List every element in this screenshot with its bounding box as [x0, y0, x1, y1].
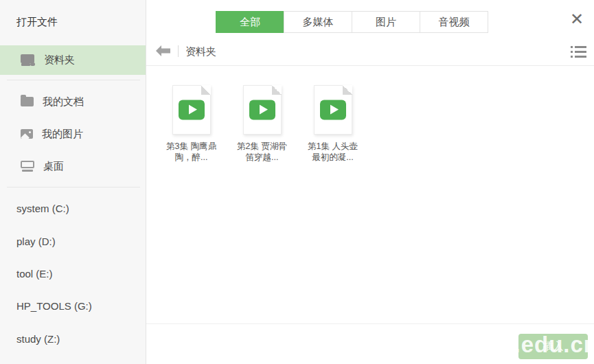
sidebar-item-my-documents[interactable]: 我的文档 [0, 91, 146, 112]
filter-tabbar: 全部 多媒体 图片 音视频 [216, 11, 488, 33]
sidebar-divider [7, 80, 140, 80]
file-name: 第3集 陶鹰鼎陶，醉... [166, 141, 216, 163]
video-file-icon [172, 85, 211, 135]
file-name: 第2集 贾湖骨笛穿越... [237, 141, 287, 163]
toolbar-separator [178, 45, 179, 57]
computer-icon [21, 54, 35, 66]
file-item-video[interactable]: 第2集 贾湖骨笛穿越... [227, 85, 297, 163]
file-item-video[interactable]: 第1集 人头壶最初的凝... [297, 85, 368, 163]
image-icon [21, 129, 33, 139]
sidebar-item-label: 资料夹 [44, 54, 75, 67]
sidebar-item-folders[interactable]: 资料夹 [0, 45, 146, 75]
desktop-icon [21, 161, 34, 172]
page-fold-corner [343, 85, 352, 95]
file-grid: 第3集 陶鹰鼎陶，醉... 第2集 贾湖骨笛穿越... 第1集 人头壶最 [156, 85, 368, 163]
tab-pictures[interactable]: 图片 [352, 11, 420, 33]
play-icon [320, 100, 346, 120]
video-file-icon [314, 85, 352, 135]
sidebar-item-label: 我的文档 [43, 95, 84, 109]
sidebar-item-drive-e[interactable]: tool (E:) [16, 264, 53, 283]
sidebar-item-label: 我的图片 [42, 128, 83, 141]
sidebar-item-drive-d[interactable]: play (D:) [16, 231, 56, 251]
play-icon [249, 100, 275, 120]
tab-multimedia[interactable]: 多媒体 [284, 11, 352, 33]
toolbar-divider [146, 65, 594, 66]
open-file-dialog: 打开文件 资料夹 我的文档 我的图片 桌面 system (C:) play (… [0, 0, 594, 364]
list-view-icon[interactable] [571, 46, 586, 58]
tab-audio-video[interactable]: 音视频 [420, 11, 488, 33]
video-file-icon [243, 85, 282, 135]
folder-icon [21, 97, 34, 106]
sidebar-item-label: 桌面 [43, 160, 64, 173]
tab-all[interactable]: 全部 [216, 11, 284, 33]
page-fold-corner [201, 85, 211, 95]
sidebar-divider [7, 187, 140, 187]
main-panel: 全部 多媒体 图片 音视频 ✕ 资料夹 [146, 0, 594, 364]
footer-divider [146, 323, 594, 324]
back-arrow-icon[interactable] [156, 45, 171, 56]
sidebar-item-drive-c[interactable]: system (C:) [16, 198, 69, 218]
sidebar: 打开文件 资料夹 我的文档 我的图片 桌面 system (C:) play (… [0, 0, 146, 364]
insert-button[interactable]: 插入 [518, 334, 588, 359]
sidebar-item-desktop[interactable]: 桌面 [0, 156, 146, 177]
close-icon[interactable]: ✕ [567, 10, 586, 29]
sidebar-item-drive-g[interactable]: HP_TOOLS (G:) [16, 296, 92, 315]
breadcrumb: 资料夹 [185, 45, 216, 58]
page-fold-corner [272, 85, 282, 95]
play-icon [179, 100, 205, 120]
sidebar-item-my-pictures[interactable]: 我的图片 [0, 124, 146, 144]
file-name: 第1集 人头壶最初的凝... [308, 141, 358, 163]
file-item-video[interactable]: 第3集 陶鹰鼎陶，醉... [156, 85, 227, 163]
sidebar-item-drive-z[interactable]: study (Z:) [16, 329, 60, 348]
dialog-title: 打开文件 [16, 16, 58, 29]
